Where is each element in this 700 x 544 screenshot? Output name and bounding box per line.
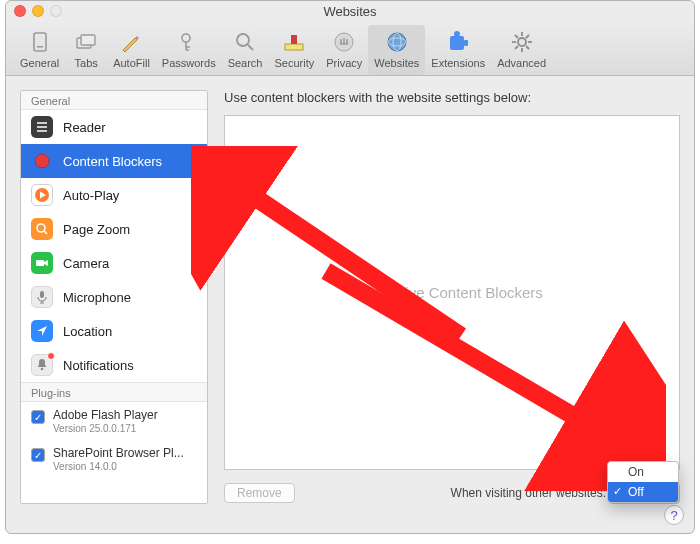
help-button[interactable]: ?	[664, 505, 684, 525]
tool-extensions[interactable]: Extensions	[425, 25, 491, 75]
sidebar-item-label: Camera	[63, 256, 109, 271]
plugin-checkbox[interactable]: ✓	[31, 410, 45, 424]
svg-line-24	[526, 35, 529, 38]
svg-marker-34	[44, 260, 48, 266]
sidebar-item-label: Location	[63, 324, 112, 339]
window-title: Websites	[6, 4, 694, 19]
svg-marker-36	[37, 326, 47, 336]
content-area: General Reader Content Blockers Auto-Pla…	[6, 76, 694, 518]
svg-rect-35	[40, 291, 44, 298]
svg-rect-8	[291, 35, 297, 44]
svg-line-21	[515, 35, 518, 38]
tool-general[interactable]: General	[14, 25, 65, 75]
sidebar-item-label: Microphone	[63, 290, 131, 305]
check-icon: ✓	[613, 485, 622, 498]
sidebar-item-label: Auto-Play	[63, 188, 119, 203]
zoom-icon	[31, 218, 53, 240]
visiting-control: When visiting other websites: Off ▲▼ On …	[451, 482, 680, 504]
svg-rect-14	[464, 40, 468, 46]
privacy-icon	[329, 27, 359, 57]
sidebar-item-label: Reader	[63, 120, 106, 135]
sidebar-item-page-zoom[interactable]: Page Zoom	[21, 212, 207, 246]
svg-point-15	[454, 31, 460, 37]
sidebar-item-location[interactable]: Location	[21, 314, 207, 348]
stop-icon	[31, 150, 53, 172]
svg-point-10	[388, 33, 406, 51]
svg-marker-28	[35, 154, 48, 167]
sidebar-item-notifications[interactable]: Notifications	[21, 348, 207, 382]
tool-search[interactable]: Search	[222, 25, 269, 75]
svg-line-32	[44, 231, 47, 234]
tool-passwords[interactable]: Passwords	[156, 25, 222, 75]
preferences-window: Websites General Tabs AutoFill Passwords…	[5, 0, 695, 534]
visiting-dropdown[interactable]: Off ▲▼ On ✓Off	[608, 482, 680, 504]
tool-privacy[interactable]: Privacy	[320, 25, 368, 75]
search-icon	[230, 27, 260, 57]
empty-state-text: No Active Content Blockers	[361, 284, 543, 301]
sidebar-item-camera[interactable]: Camera	[21, 246, 207, 280]
plugin-name: SharePoint Browser Pl...	[53, 446, 184, 461]
svg-point-37	[41, 368, 44, 371]
tool-autofill[interactable]: AutoFill	[107, 25, 156, 75]
sidebar-item-reader[interactable]: Reader	[21, 110, 207, 144]
extensions-icon	[443, 27, 473, 57]
svg-point-31	[37, 224, 45, 232]
svg-line-6	[248, 45, 253, 50]
tool-websites[interactable]: Websites	[368, 25, 425, 75]
main-pane: Use content blockers with the website se…	[224, 90, 680, 504]
plugin-name: Adobe Flash Player	[53, 408, 158, 423]
tool-advanced[interactable]: Advanced	[491, 25, 552, 75]
tool-security[interactable]: Security	[268, 25, 320, 75]
visiting-label: When visiting other websites:	[451, 486, 606, 500]
key-icon	[174, 27, 204, 57]
plugin-row-sharepoint[interactable]: ✓ SharePoint Browser Pl... Version 14.0.…	[21, 440, 207, 478]
autofill-icon	[116, 27, 146, 57]
sidebar-item-content-blockers[interactable]: Content Blockers	[21, 144, 207, 178]
sidebar-item-microphone[interactable]: Microphone	[21, 280, 207, 314]
bottom-bar: Remove When visiting other websites: Off…	[224, 470, 680, 504]
notification-badge-icon	[47, 352, 55, 360]
sidebar-item-auto-play[interactable]: Auto-Play	[21, 178, 207, 212]
reader-icon	[31, 116, 53, 138]
titlebar: Websites	[6, 1, 694, 21]
play-icon	[31, 184, 53, 206]
svg-point-4	[182, 34, 190, 42]
dropdown-option-off[interactable]: ✓Off	[608, 482, 678, 502]
website-list-empty: No Active Content Blockers	[224, 115, 680, 470]
general-icon	[25, 27, 55, 57]
location-icon	[31, 320, 53, 342]
svg-line-22	[526, 46, 529, 49]
camera-icon	[31, 252, 53, 274]
tool-tabs[interactable]: Tabs	[65, 25, 107, 75]
tabs-icon	[71, 27, 101, 57]
sidebar-item-label: Content Blockers	[63, 154, 162, 169]
svg-point-16	[518, 38, 526, 46]
security-icon	[279, 27, 309, 57]
dropdown-option-on[interactable]: On	[608, 462, 678, 482]
plugin-version: Version 25.0.0.171	[53, 423, 158, 434]
svg-point-5	[237, 34, 249, 46]
svg-rect-1	[37, 46, 43, 48]
svg-line-23	[515, 46, 518, 49]
main-heading: Use content blockers with the website se…	[224, 90, 680, 105]
section-header-general: General	[21, 91, 207, 110]
sidebar: General Reader Content Blockers Auto-Pla…	[20, 90, 208, 504]
svg-rect-33	[36, 260, 44, 266]
svg-rect-13	[450, 36, 464, 50]
plugin-checkbox[interactable]: ✓	[31, 448, 45, 462]
svg-rect-7	[285, 44, 303, 50]
section-header-plugins: Plug-ins	[21, 382, 207, 402]
dropdown-menu: On ✓Off	[607, 461, 679, 503]
svg-rect-3	[81, 35, 95, 45]
bell-icon	[31, 354, 53, 376]
remove-button[interactable]: Remove	[224, 483, 295, 503]
plugin-version: Version 14.0.0	[53, 461, 184, 472]
svg-rect-0	[34, 33, 46, 51]
sidebar-item-label: Page Zoom	[63, 222, 130, 237]
globe-icon	[382, 27, 412, 57]
preferences-toolbar: General Tabs AutoFill Passwords Search S…	[6, 21, 694, 76]
gear-icon	[507, 27, 537, 57]
plugin-row-flash[interactable]: ✓ Adobe Flash Player Version 25.0.0.171	[21, 402, 207, 440]
sidebar-item-label: Notifications	[63, 358, 134, 373]
microphone-icon	[31, 286, 53, 308]
